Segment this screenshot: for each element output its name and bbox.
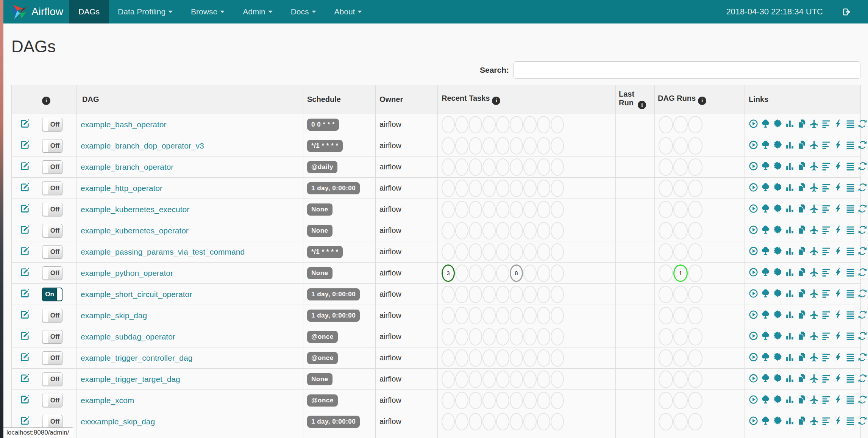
schedule-badge[interactable]: @daily xyxy=(307,161,337,173)
schedule-badge[interactable]: None xyxy=(307,203,333,216)
logs-icon[interactable] xyxy=(846,289,855,298)
refresh-icon[interactable] xyxy=(858,395,867,404)
task-tries-icon[interactable] xyxy=(797,352,807,362)
tree-view-icon[interactable] xyxy=(761,331,770,341)
edit-dag-icon[interactable] xyxy=(20,331,30,341)
task-duration-icon[interactable] xyxy=(785,246,795,256)
refresh-icon[interactable] xyxy=(858,161,867,171)
nav-item-dags[interactable]: DAGs xyxy=(69,0,109,23)
refresh-icon[interactable] xyxy=(858,374,867,383)
dag-pause-toggle[interactable]: Off xyxy=(42,351,62,365)
logs-icon[interactable] xyxy=(846,119,855,128)
schedule-badge[interactable]: */1 * * * * xyxy=(307,246,343,258)
tree-view-icon[interactable] xyxy=(761,140,770,150)
graph-view-icon[interactable] xyxy=(773,416,782,425)
gantt-view-icon[interactable] xyxy=(821,374,831,383)
schedule-badge[interactable]: None xyxy=(307,225,333,237)
dag-name-link[interactable]: example_http_operator xyxy=(81,184,162,192)
dag-pause-toggle[interactable]: Off xyxy=(42,330,62,344)
refresh-icon[interactable] xyxy=(858,246,867,256)
graph-view-icon[interactable] xyxy=(773,289,782,298)
code-view-icon[interactable] xyxy=(834,204,843,213)
task-tries-icon[interactable] xyxy=(797,267,807,277)
graph-view-icon[interactable] xyxy=(773,352,782,362)
edit-dag-icon[interactable] xyxy=(20,246,30,256)
landing-times-icon[interactable] xyxy=(809,374,819,383)
task-tries-icon[interactable] xyxy=(797,374,807,383)
trigger-dag-icon[interactable] xyxy=(749,331,758,341)
landing-times-icon[interactable] xyxy=(809,267,819,277)
gantt-view-icon[interactable] xyxy=(821,267,831,277)
refresh-icon[interactable] xyxy=(858,119,867,128)
refresh-icon[interactable] xyxy=(858,310,867,319)
schedule-badge[interactable]: None xyxy=(307,373,333,385)
task-tries-icon[interactable] xyxy=(797,416,807,425)
dag-pause-toggle[interactable]: On xyxy=(42,288,62,301)
dag-pause-toggle[interactable]: Off xyxy=(42,394,62,407)
landing-times-icon[interactable] xyxy=(809,289,819,298)
trigger-dag-icon[interactable] xyxy=(749,140,758,150)
tree-view-icon[interactable] xyxy=(761,416,770,425)
graph-view-icon[interactable] xyxy=(773,183,782,192)
state-circle-success[interactable]: 3 xyxy=(442,264,455,282)
refresh-icon[interactable] xyxy=(858,416,867,425)
task-duration-icon[interactable] xyxy=(785,140,795,150)
logs-icon[interactable] xyxy=(846,395,855,404)
schedule-badge[interactable]: @once xyxy=(307,352,338,364)
dag-pause-toggle[interactable]: Off xyxy=(42,266,62,280)
task-tries-icon[interactable] xyxy=(797,289,807,298)
graph-view-icon[interactable] xyxy=(773,140,782,150)
task-duration-icon[interactable] xyxy=(785,161,795,171)
trigger-dag-icon[interactable] xyxy=(749,267,758,277)
task-duration-icon[interactable] xyxy=(785,352,795,362)
tree-view-icon[interactable] xyxy=(761,310,770,319)
dag-pause-toggle[interactable]: Off xyxy=(42,139,62,153)
task-duration-icon[interactable] xyxy=(785,310,795,319)
graph-view-icon[interactable] xyxy=(773,331,782,341)
task-duration-icon[interactable] xyxy=(785,183,795,192)
trigger-dag-icon[interactable] xyxy=(749,416,758,425)
logs-icon[interactable] xyxy=(846,183,855,192)
tree-view-icon[interactable] xyxy=(761,395,770,404)
logs-icon[interactable] xyxy=(846,310,855,319)
dag-pause-toggle[interactable]: Off xyxy=(42,203,62,216)
trigger-dag-icon[interactable] xyxy=(749,289,758,298)
task-duration-icon[interactable] xyxy=(785,289,795,298)
task-tries-icon[interactable] xyxy=(797,225,807,235)
gantt-view-icon[interactable] xyxy=(821,416,831,425)
dag-name-link[interactable]: example_python_operator xyxy=(81,269,173,277)
code-view-icon[interactable] xyxy=(834,119,843,128)
gantt-view-icon[interactable] xyxy=(821,246,831,256)
dag-name-link[interactable]: example_xcom xyxy=(81,396,134,405)
schedule-badge[interactable]: */1 * * * * xyxy=(307,140,343,152)
task-duration-icon[interactable] xyxy=(785,416,795,425)
edit-dag-icon[interactable] xyxy=(20,140,30,150)
code-view-icon[interactable] xyxy=(834,331,843,341)
refresh-icon[interactable] xyxy=(858,352,867,362)
dag-name-link[interactable]: example_kubernetes_executor xyxy=(81,205,189,214)
code-view-icon[interactable] xyxy=(834,374,843,383)
refresh-icon[interactable] xyxy=(858,331,867,341)
refresh-icon[interactable] xyxy=(858,267,867,277)
tree-view-icon[interactable] xyxy=(761,183,770,192)
logs-icon[interactable] xyxy=(846,161,855,171)
nav-item-browse[interactable]: Browse xyxy=(182,0,234,23)
refresh-icon[interactable] xyxy=(858,204,867,213)
tree-view-icon[interactable] xyxy=(761,204,770,213)
code-view-icon[interactable] xyxy=(834,140,843,150)
edit-dag-icon[interactable] xyxy=(20,373,30,383)
code-view-icon[interactable] xyxy=(834,225,843,235)
tree-view-icon[interactable] xyxy=(761,267,770,277)
logs-icon[interactable] xyxy=(846,352,855,362)
logout-icon[interactable] xyxy=(842,7,852,17)
schedule-badge[interactable]: 1 day, 0:00:00 xyxy=(307,416,360,428)
edit-dag-icon[interactable] xyxy=(20,267,30,277)
dag-name-link[interactable]: example_bash_operator xyxy=(81,120,167,129)
gantt-view-icon[interactable] xyxy=(821,183,831,192)
dag-name-link[interactable]: example_passing_params_via_test_command xyxy=(81,247,245,256)
task-tries-icon[interactable] xyxy=(797,204,807,213)
logs-icon[interactable] xyxy=(846,246,855,256)
dag-pause-toggle[interactable]: Off xyxy=(42,181,62,195)
schedule-badge[interactable]: 1 day, 0:00:00 xyxy=(307,182,360,194)
landing-times-icon[interactable] xyxy=(809,225,819,235)
